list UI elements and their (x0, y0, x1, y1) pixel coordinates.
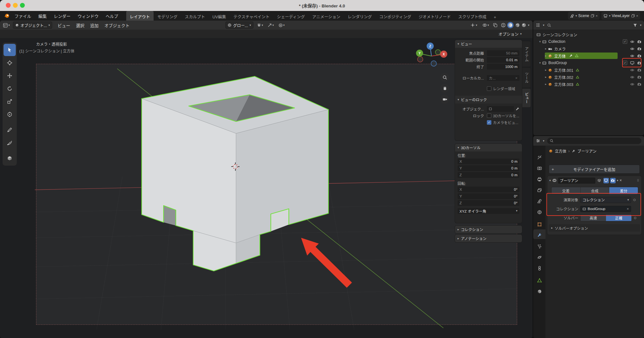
disable-render-camera-icon[interactable] (637, 54, 641, 58)
collapse-chevron[interactable]: ▾ (549, 179, 551, 182)
hide-eye-icon[interactable] (630, 75, 634, 79)
solver-exact[interactable]: 正確 (606, 215, 631, 221)
outliner-editor-icon[interactable] (536, 23, 540, 27)
tab-material[interactable] (534, 287, 545, 296)
tab-render[interactable] (534, 164, 545, 173)
transform-orientation-dropdown[interactable]: グロー... ▾ (225, 22, 253, 29)
workspace-add-button[interactable]: + (490, 11, 499, 21)
camera-to-view-checkbox[interactable]: ✓ (487, 120, 491, 125)
exclude-checkbox[interactable]: ✓ (623, 61, 627, 65)
tab-object[interactable] (534, 220, 545, 229)
filter-icon[interactable] (633, 23, 637, 27)
clip-end-field[interactable]: 1000 m (487, 64, 519, 70)
move-tool[interactable] (4, 70, 16, 82)
zoom-button[interactable] (440, 73, 449, 82)
tab-particles[interactable] (534, 242, 545, 251)
cursor-rot-z-field[interactable]: Z0° (458, 200, 519, 206)
row-camera[interactable]: ▸ カメラ (533, 45, 644, 52)
blender-logo-icon[interactable] (4, 13, 10, 19)
scene-dropdown-chevron[interactable]: ▾ (575, 14, 577, 17)
editor-type-button[interactable]: ▾ (2, 23, 11, 28)
clip-start-field[interactable]: 0.01 m (487, 57, 519, 63)
mode-dropdown[interactable]: オブジェクト... ▾ (13, 22, 52, 29)
shading-solid-icon[interactable] (507, 22, 514, 28)
shading-rendered-icon[interactable] (521, 23, 526, 28)
modifier-extras-chevron[interactable]: ▾ (617, 179, 619, 182)
workspace-tab-animation[interactable]: アニメーション (309, 11, 344, 21)
row-scene-collection[interactable]: シーンコレクション (533, 31, 644, 38)
rotate-tool[interactable] (4, 82, 16, 95)
rotation-order-dropdown[interactable]: XYZ オイラー角▾ (458, 208, 519, 214)
camera-view-button[interactable] (440, 95, 449, 104)
row-boolgroup[interactable]: ▾ BoolGroup ✓ (533, 59, 644, 66)
workspace-tab-geometry-nodes[interactable]: ジオメトリノード (415, 11, 454, 21)
disable-render-camera-icon[interactable] (637, 40, 641, 44)
animate-dot[interactable] (633, 199, 636, 201)
tab-physics[interactable] (534, 253, 545, 262)
sidebar-tab-view[interactable]: ビュー (522, 89, 531, 107)
drag-handle[interactable]: ⠿ (637, 179, 639, 182)
workspace-tab-sculpting[interactable]: スカルプト (181, 11, 209, 21)
snap-toggle[interactable]: ▾ (256, 23, 264, 27)
menu-help[interactable]: ヘルプ (102, 11, 122, 21)
cursor-loc-z-field[interactable]: Z0 m (458, 172, 519, 178)
workspace-tab-rendering[interactable]: レンダリング (344, 11, 375, 21)
cursor-tool[interactable] (4, 57, 16, 69)
menu-file[interactable]: ファイル (11, 11, 35, 21)
menu-add[interactable]: 追加 (87, 22, 101, 28)
row-cube-002[interactable]: ▸ 立方体.002 (533, 73, 644, 81)
view-lock-panel-header[interactable]: ▾ビューのロック (455, 96, 522, 103)
view-layer-dropdown-chevron[interactable]: ▾ (609, 14, 611, 17)
modifier-name-field[interactable]: ブーリアン (558, 178, 595, 184)
scene-selector[interactable]: ▾ Scene × (568, 12, 600, 20)
scene-name[interactable]: Scene (578, 14, 589, 18)
operation-intersect[interactable]: 交差 (552, 187, 581, 194)
disable-render-camera-icon[interactable] (637, 75, 641, 79)
workspace-tab-scripting[interactable]: スクリプト作成 (455, 11, 490, 21)
lock-object-field[interactable] (487, 106, 514, 112)
row-cube-003[interactable]: ▸ 立方体.003 (533, 81, 644, 88)
editor-type-chevron[interactable]: ▾ (543, 140, 545, 142)
remove-view-layer-icon[interactable]: × (636, 14, 638, 18)
local-camera-field[interactable]: カ... × (487, 75, 519, 81)
render-region-checkbox[interactable] (487, 86, 491, 91)
scale-tool[interactable] (4, 95, 16, 108)
tab-scene[interactable] (534, 197, 545, 206)
editor-type-chevron[interactable]: ▾ (543, 24, 545, 27)
cursor-loc-y-field[interactable]: Y0 m (458, 165, 519, 171)
disable-render-camera-icon[interactable] (637, 68, 641, 72)
disclosure-icon[interactable]: ▾ (538, 40, 542, 43)
hide-eye-icon[interactable] (630, 68, 634, 72)
view-layer-name[interactable]: ViewLayer (612, 14, 630, 18)
shading-dropdown-chevron[interactable]: ▾ (528, 24, 529, 27)
solver-options-subpanel[interactable]: ▸ソルバーオプション (549, 224, 640, 232)
realtime-display-toggle[interactable] (603, 178, 609, 183)
animate-dot[interactable] (634, 217, 636, 219)
clear-icon[interactable]: × (515, 76, 517, 80)
workspace-tab-compositing[interactable]: コンポジティング (376, 11, 415, 21)
disclosure-icon[interactable]: ▾ (538, 61, 542, 64)
menu-render[interactable]: レンダー (50, 11, 74, 21)
disable-render-camera-icon[interactable] (637, 61, 641, 65)
hide-eye-icon[interactable] (630, 47, 634, 51)
snap-target-dropdown[interactable]: ▾ (267, 23, 275, 27)
transform-tool[interactable] (4, 108, 16, 121)
add-cube-tool[interactable] (4, 152, 16, 164)
workspace-tab-shading[interactable]: シェーディング (273, 11, 308, 21)
properties-editor-icon[interactable] (536, 139, 540, 143)
delete-modifier-icon[interactable]: × (620, 178, 622, 183)
shading-material-icon[interactable] (515, 23, 520, 28)
shading-wireframe-icon[interactable] (501, 23, 506, 28)
toggle-xray-icon[interactable] (493, 23, 497, 27)
operation-difference[interactable]: 差分 (609, 187, 638, 194)
breadcrumb-modifier[interactable]: ブーリアン (577, 148, 597, 154)
exclude-checkbox[interactable]: ✓ (623, 39, 627, 44)
viewport-canvas[interactable]: Z Y X カメラ・透視投影 (1) シーンコレクション | 立方体 (0, 38, 533, 338)
proportional-editing-toggle[interactable]: ▾ (278, 23, 286, 27)
unlink-scene-icon[interactable]: × (596, 14, 598, 18)
annotate-tool[interactable] (4, 124, 16, 136)
menu-view[interactable]: ビュー (55, 22, 73, 28)
cursor-panel-header[interactable]: ▾3Dカーソル (455, 144, 522, 151)
edit-mode-toggle[interactable] (597, 178, 602, 183)
options-dropdown[interactable]: オプション ▾ (498, 31, 522, 37)
